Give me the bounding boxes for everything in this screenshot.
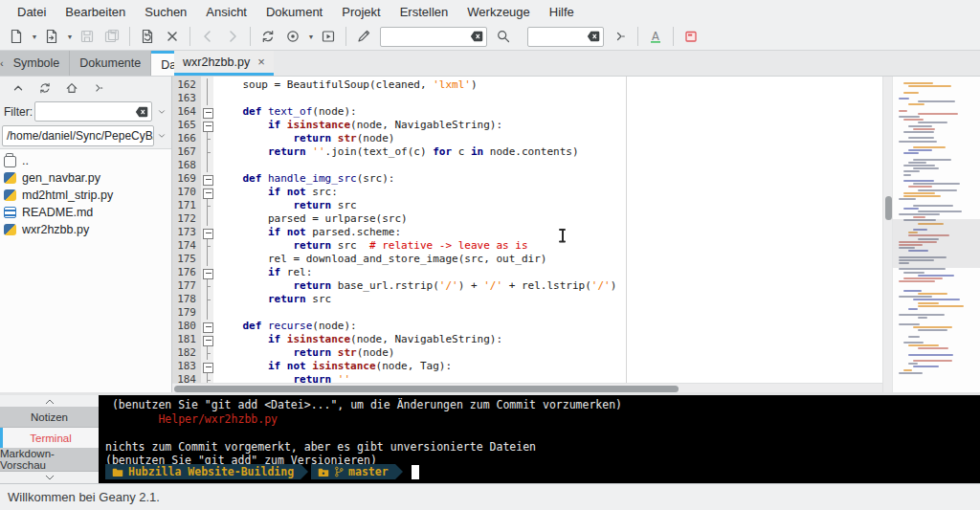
revert-document-button[interactable]: [136, 25, 159, 48]
follow-path-icon[interactable]: [92, 81, 105, 95]
navigate-forward-button[interactable]: [221, 25, 244, 48]
fold-marker-icon[interactable]: [201, 172, 213, 186]
terminal-cursor: [412, 465, 419, 479]
home-icon[interactable]: [65, 81, 78, 95]
code-line[interactable]: 164 def text_of(node):: [172, 105, 882, 119]
tab-close-icon[interactable]: ×: [257, 55, 265, 69]
quit-button[interactable]: [679, 25, 702, 48]
navigate-back-button[interactable]: [196, 25, 219, 48]
minimap-line: [903, 272, 924, 274]
menu-werkzeuge[interactable]: Werkzeuge: [457, 2, 540, 22]
code-line[interactable]: 166 return str(node): [172, 132, 882, 145]
fold-marker-icon[interactable]: [201, 266, 213, 279]
code-line[interactable]: 165 if isinstance(node, NavigableString)…: [172, 119, 882, 132]
compile-button[interactable]: [256, 25, 279, 48]
menu-datei[interactable]: Datei: [8, 2, 56, 22]
menu-suchen[interactable]: Suchen: [135, 2, 196, 22]
code-line[interactable]: 182 return str(node): [172, 346, 882, 360]
file-item[interactable]: ..: [4, 152, 171, 169]
sidebar-tab-dokumente[interactable]: Dokumente: [70, 51, 151, 76]
code-line[interactable]: 173 if not parsed.scheme:: [172, 226, 882, 239]
minimap[interactable]: [892, 77, 980, 392]
color-chooser-button[interactable]: [352, 25, 375, 48]
line-number: 178: [172, 293, 201, 306]
code-line[interactable]: 181 if isinstance(node, NavigableString)…: [172, 333, 882, 346]
code-line[interactable]: 167 return ''.join(text_of(c) for c in n…: [172, 145, 882, 159]
vertical-scrollbar-thumb[interactable]: [885, 196, 892, 220]
fold-marker-icon[interactable]: [201, 186, 213, 199]
editor-pane[interactable]: 162 soup = BeautifulSoup(cleaned, 'lxml'…: [172, 77, 882, 392]
filter-input[interactable]: [34, 101, 152, 122]
code-line[interactable]: 168: [172, 159, 882, 172]
open-document-dropdown[interactable]: ▼: [65, 33, 75, 40]
goto-line-input[interactable]: [527, 27, 604, 47]
code-line[interactable]: 172 parsed = urlparse(src): [172, 212, 882, 226]
fold-marker-icon[interactable]: [201, 360, 213, 373]
goto-line-button[interactable]: [609, 25, 632, 48]
fold-marker-icon[interactable]: [201, 320, 213, 333]
fold-marker-icon[interactable]: [201, 105, 213, 119]
choose-font-button[interactable]: A: [644, 25, 667, 48]
fold-marker-icon[interactable]: [201, 226, 213, 239]
file-item[interactable]: README.md: [4, 204, 171, 221]
search-input[interactable]: [380, 27, 487, 47]
code-line[interactable]: 176 if rel:: [172, 266, 882, 279]
path-dropdown-icon[interactable]: [154, 126, 169, 146]
code-line[interactable]: 171 return src: [172, 199, 882, 212]
code-line[interactable]: 177 return base_url.rstrip('/') + '/' + …: [172, 279, 882, 293]
close-document-button[interactable]: [161, 25, 184, 48]
code-line[interactable]: 174 return src # relative -> leave as is: [172, 239, 882, 253]
clear-goto-icon[interactable]: [587, 31, 600, 42]
search-button[interactable]: [492, 25, 515, 48]
clear-search-icon[interactable]: [470, 31, 483, 42]
code-line[interactable]: 162 soup = BeautifulSoup(cleaned, 'lxml'…: [172, 78, 882, 92]
build-button[interactable]: [281, 25, 304, 48]
file-item[interactable]: wxr2hzbb.py: [4, 221, 171, 238]
build-dropdown[interactable]: ▼: [306, 33, 316, 40]
filter-dropdown-icon[interactable]: [154, 101, 169, 122]
menu-erstellen[interactable]: Erstellen: [390, 2, 458, 22]
save-button[interactable]: [76, 25, 99, 48]
code-area[interactable]: 162 soup = BeautifulSoup(cleaned, 'lxml'…: [172, 77, 882, 383]
menu-projekt[interactable]: Projekt: [332, 2, 390, 22]
terminal[interactable]: (benutzen Sie "git add <Datei>...", um d…: [99, 395, 980, 483]
run-button[interactable]: [317, 25, 340, 48]
vertical-scrollbar[interactable]: [882, 77, 892, 392]
message-tab-terminal[interactable]: Terminal: [0, 428, 99, 448]
file-item[interactable]: md2html_strip.py: [4, 187, 171, 204]
fold-marker-icon[interactable]: [201, 119, 213, 132]
sidebar-tab-symbole[interactable]: Symbole: [4, 51, 71, 76]
refresh-icon[interactable]: [38, 81, 52, 95]
message-tab-notizen[interactable]: Notizen: [0, 407, 99, 428]
save-all-button[interactable]: [100, 25, 123, 48]
code-line[interactable]: 180 def recurse(node):: [172, 320, 882, 333]
menu-ansicht[interactable]: Ansicht: [196, 2, 256, 22]
file-name: gen_navbar.py: [22, 171, 100, 185]
file-item[interactable]: gen_navbar.py: [4, 169, 171, 187]
tabs-scroll-up-icon[interactable]: [0, 395, 99, 407]
minimap-viewport[interactable]: [893, 219, 980, 268]
code-line[interactable]: 163: [172, 92, 882, 105]
menu-bearbeiten[interactable]: Bearbeiten: [56, 2, 135, 22]
code-line[interactable]: 184 return '': [172, 373, 882, 383]
code-line[interactable]: 183 if not isinstance(node, Tag):: [172, 360, 882, 373]
open-document-button[interactable]: [40, 25, 63, 48]
tabs-scroll-down-icon[interactable]: [0, 472, 99, 483]
path-input[interactable]: /home/daniel/Sync/PepeCyB/F: [2, 125, 154, 146]
horizontal-scrollbar-thumb[interactable]: [174, 386, 679, 392]
document-tab[interactable]: wxr2hzbb.py ×: [174, 51, 274, 76]
code-line[interactable]: 175 rel = download_and_store_image(src, …: [172, 253, 882, 266]
up-directory-icon[interactable]: [11, 81, 25, 95]
horizontal-scrollbar[interactable]: [172, 383, 882, 392]
code-line[interactable]: 179: [172, 306, 882, 320]
code-line[interactable]: 169 def handle_img_src(src):: [172, 172, 882, 186]
menu-dokument[interactable]: Dokument: [256, 2, 332, 22]
new-document-dropdown[interactable]: ▼: [30, 33, 39, 40]
message-tab-markdown-vorschau[interactable]: Markdown-Vorschau: [0, 448, 99, 472]
clear-filter-icon[interactable]: [135, 106, 148, 118]
new-document-button[interactable]: [5, 25, 28, 48]
code-line[interactable]: 178 return src: [172, 293, 882, 306]
fold-marker-icon[interactable]: [201, 333, 213, 346]
code-line[interactable]: 170 if not src:: [172, 186, 882, 199]
menu-hilfe[interactable]: Hilfe: [540, 2, 584, 22]
